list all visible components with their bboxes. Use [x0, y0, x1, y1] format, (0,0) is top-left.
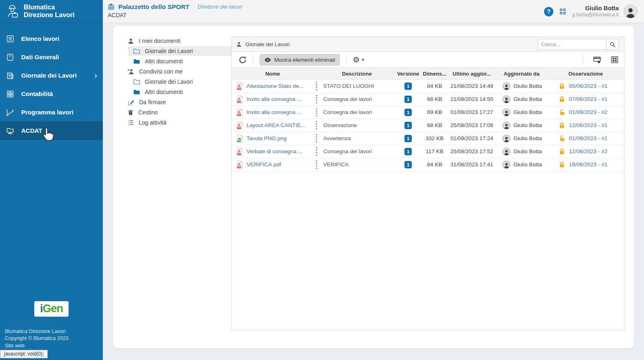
file-name-link[interactable]: Attestazione Stato de...	[246, 83, 304, 89]
file-panel-header: Gionale dei Lavori	[232, 37, 624, 52]
file-description: Osservazione	[319, 122, 395, 128]
file-name-link[interactable]: VERIFICA.pdf	[246, 161, 281, 168]
current-folder-label: Gionale dei Lavori	[245, 41, 290, 47]
column-header-osservazione[interactable]: Osservazione	[547, 71, 624, 77]
column-header-dimensione[interactable]: Dimens...	[422, 71, 448, 77]
lock-closed-icon	[559, 148, 565, 155]
table-row[interactable]: PDF VERIFICA.pdf VERIFICA 1 84 KB 31/08/…	[232, 158, 624, 171]
row-menu-dots[interactable]	[313, 93, 319, 105]
current-folder: Gionale dei Lavori	[236, 41, 290, 47]
mouse-cursor-hand	[42, 127, 55, 142]
table-row[interactable]: PDF Invito alla consegna ... Consegna de…	[232, 106, 624, 119]
shared-folder-icon	[6, 127, 14, 135]
lock-closed-icon	[559, 83, 565, 89]
version-badge[interactable]: 1	[404, 135, 412, 142]
help-button[interactable]: ?	[544, 7, 553, 16]
row-menu-dots[interactable]	[313, 80, 319, 92]
observation-link[interactable]: 01/09/2023 - #2	[569, 109, 608, 115]
table-row[interactable]: PDF Verbale di consegna ... Consegna dei…	[232, 145, 624, 158]
column-header-ultimo-aggiornamento[interactable]: Ultimo aggior...	[448, 71, 496, 77]
version-badge[interactable]: 1	[404, 83, 412, 90]
search-input[interactable]	[537, 39, 606, 50]
signature-pen-icon	[127, 99, 135, 106]
observation-link[interactable]: 12/06/2023 - #2	[569, 148, 608, 154]
show-deleted-button[interactable]: Mostra elementi eliminati	[260, 54, 340, 66]
tree-item-label: Giornale dei Lavori	[145, 78, 193, 85]
svg-text:PDF: PDF	[238, 166, 241, 168]
sidebar-item-label: Programma lavori	[21, 109, 73, 116]
observation-link[interactable]: 01/09/2023 - #1	[569, 135, 608, 141]
work-list-icon	[6, 35, 14, 43]
refresh-icon[interactable]	[238, 56, 247, 64]
tree-item-giornale-dei-lavori[interactable]: Giornale dei Lavori	[129, 47, 232, 56]
file-updated: 31/08/2023 17:41	[448, 161, 496, 168]
building-icon	[107, 3, 115, 11]
sidebar-item-contabilita[interactable]: Contabilità	[0, 85, 103, 103]
lock-open-icon	[559, 135, 565, 142]
observation-link[interactable]: 07/06/2023 - #1	[569, 96, 608, 102]
tree-item-label: Giornale dei Lavori	[145, 48, 193, 54]
tree-item-altri-documenti-condivisi[interactable]: Altri documenti	[129, 87, 232, 96]
column-header-descrizione[interactable]: Descrizione	[319, 71, 395, 77]
file-name-link[interactable]: Tavola PNG.png	[246, 135, 286, 141]
sidebar-item-dati-generali[interactable]: Dati Generali	[0, 48, 103, 66]
row-menu-dots[interactable]	[313, 106, 319, 119]
file-size: 68 KB	[422, 96, 448, 102]
row-menu-dots[interactable]	[313, 132, 319, 145]
brand: Blumatica Direzione Lavori	[0, 0, 103, 23]
table-row[interactable]: PDF Attestazione Stato de... STATO DEI L…	[232, 80, 624, 93]
row-menu-dots[interactable]	[313, 158, 319, 171]
observation-link[interactable]: 05/06/2023 - #1	[569, 83, 608, 89]
sidebar-item-programma-lavori[interactable]: Programma lavori	[0, 103, 103, 121]
table-row[interactable]: PNG Tavola PNG.png Avvertenza 1 332 KB 0…	[232, 132, 624, 145]
table-row[interactable]: PDF Invito alla consegna ... Consegna de…	[232, 93, 624, 106]
version-badge[interactable]: 1	[404, 122, 412, 129]
tree-item-condivisi-con-me[interactable]: Condivisi con me	[123, 67, 232, 76]
file-name-link[interactable]: Layout AREA CANTIE...	[246, 122, 305, 128]
updated-by-name: Giulio Botta	[513, 148, 542, 154]
pdf-file-icon: PDF	[237, 161, 243, 169]
row-menu-dots[interactable]	[313, 145, 319, 158]
tree-item-i-miei-documenti[interactable]: I miei documenti	[123, 36, 232, 45]
brand-line2: Direzione Lavori	[24, 11, 74, 19]
row-avatar	[502, 121, 511, 130]
tree-item-cestino[interactable]: Cestino	[123, 108, 232, 117]
browser-status-tooltip: javascript: void(0);	[0, 350, 48, 358]
pdf-file-icon: PDF	[237, 95, 243, 103]
file-size: 84 KB	[422, 83, 448, 89]
apps-grid-icon[interactable]	[558, 7, 567, 16]
version-badge[interactable]: 1	[404, 96, 412, 103]
tree-item-altri-documenti[interactable]: Altri documenti	[129, 57, 232, 66]
settings-dropdown[interactable]: ⚙ ▾	[353, 56, 364, 64]
file-name-link[interactable]: Verbale di consegna ...	[246, 148, 302, 154]
row-avatar	[502, 108, 511, 116]
column-header-versione[interactable]: Versione	[395, 71, 422, 77]
caret-down-icon: ▾	[362, 57, 364, 63]
sidebar-item-elenco-lavori[interactable]: Elenco lavori	[0, 29, 103, 48]
lock-closed-icon	[559, 161, 565, 168]
tree-item-log-attivita[interactable]: Log attività	[123, 118, 232, 127]
tree-item-giornale-dei-lavori-condivisi[interactable]: Giornale dei Lavori	[129, 77, 232, 86]
column-header-aggiornato-da[interactable]: Aggiornato da	[496, 71, 547, 77]
user-avatar[interactable]	[624, 4, 637, 18]
version-badge[interactable]: 1	[404, 161, 412, 168]
grid-view-icon[interactable]	[611, 56, 618, 63]
preview-pane-icon[interactable]	[593, 56, 601, 63]
observation-link[interactable]: 19/06/2023 - #1	[569, 161, 608, 168]
chevron-right-icon[interactable]: ›	[94, 71, 97, 80]
topbar: Palazzetto dello SPORT Direttore dei lav…	[103, 0, 644, 23]
file-description: STATO DEI LUOGHI	[319, 83, 395, 89]
table-row[interactable]: PDF Layout AREA CANTIE... Osservazione 1…	[232, 119, 624, 132]
column-header-nome[interactable]: Nome	[232, 71, 313, 77]
search-button[interactable]	[606, 39, 619, 50]
row-menu-dots[interactable]	[313, 119, 319, 132]
observation-link[interactable]: 12/06/2023 - #1	[569, 122, 608, 128]
tree-item-da-firmare[interactable]: Da firmare	[123, 98, 232, 107]
file-name-link[interactable]: Invito alla consegna ...	[246, 109, 301, 115]
sidebar-item-giornale-dei-lavori[interactable]: Giornale dei Lavori ›	[0, 66, 103, 85]
footer-website-link[interactable]: Sito web	[5, 342, 98, 350]
file-name-link[interactable]: Invito alla consegna ...	[246, 96, 301, 102]
file-panel: Gionale dei Lavori	[231, 36, 624, 330]
version-badge[interactable]: 1	[404, 148, 412, 155]
version-badge[interactable]: 1	[404, 109, 412, 116]
